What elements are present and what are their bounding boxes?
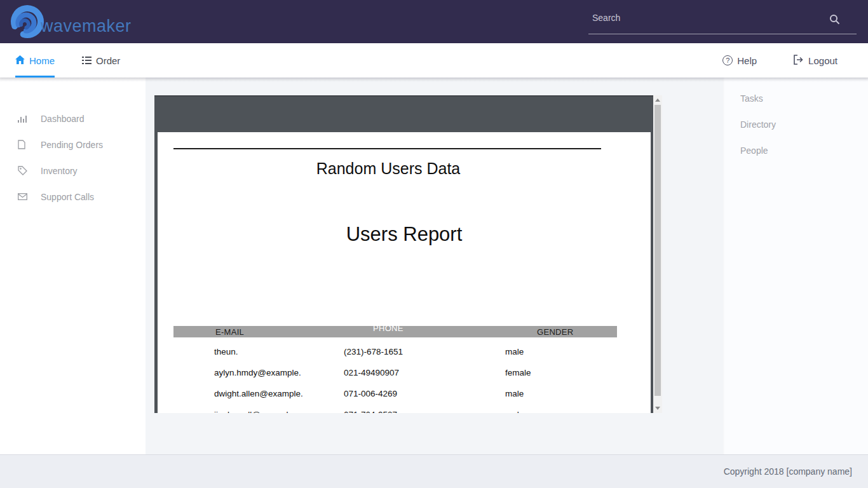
cell-email: theun. [214, 347, 238, 356]
table-row: jim.howell@example. 071-704-9537 male [173, 404, 617, 413]
envelope-icon [18, 193, 27, 200]
home-icon [15, 55, 25, 66]
sidebar-item-label: Pending Orders [41, 140, 103, 150]
cell-gender: male [505, 389, 524, 398]
search-icon[interactable] [829, 14, 840, 27]
list-icon [82, 55, 92, 66]
scroll-up-button[interactable] [653, 95, 662, 105]
search-input[interactable] [588, 5, 857, 34]
table-row: dwight.allen@example. 071-006-4269 male [173, 383, 617, 404]
content-area: Dashboard Pending Orders Inventory [0, 78, 868, 454]
arrow-up-icon [655, 98, 660, 102]
report-subtitle: Users Report [158, 223, 651, 246]
cell-phone: 071-704-9537 [344, 410, 397, 413]
sidebar-item-inventory[interactable]: Inventory [0, 158, 146, 184]
bar-chart-icon [18, 114, 27, 123]
sidebar-item-support-calls[interactable]: Support Calls [0, 184, 146, 210]
left-sidebar: Dashboard Pending Orders Inventory [0, 78, 146, 454]
tag-icon [18, 166, 27, 175]
column-header-phone: PHONE [373, 323, 403, 333]
cell-phone: (231)-678-1651 [344, 347, 403, 356]
navbar-actions: ? Help Logout [722, 43, 837, 78]
table-row: theun. (231)-678-1651 male [173, 341, 617, 362]
sidebar-item-people[interactable]: People [723, 137, 868, 163]
scroll-down-button[interactable] [653, 403, 662, 413]
column-header-gender: GENDER [537, 327, 573, 337]
brand-name: wavemaker [41, 17, 132, 36]
sidebar-item-directory[interactable]: Directory [723, 111, 868, 137]
sidebar-item-label: Inventory [41, 166, 78, 176]
help-button[interactable]: ? Help [722, 55, 757, 66]
column-header-email: E-MAIL [215, 327, 244, 337]
cell-gender: female [505, 368, 531, 377]
table-row: aylyn.hmdy@example. 021-49490907 female [173, 362, 617, 383]
top-brand-bar: wavemaker [0, 0, 868, 43]
pdf-page: Random Users Data Users Report E-MAIL PH… [158, 132, 651, 413]
report-divider-line [173, 148, 601, 149]
sidebar-item-pending-orders[interactable]: Pending Orders [0, 132, 146, 158]
search-container [588, 5, 857, 34]
sidebar-item-label: Dashboard [41, 114, 85, 124]
viewer-scrollbar[interactable] [653, 95, 662, 413]
sidebar-item-dashboard[interactable]: Dashboard [0, 105, 146, 132]
tab-order-label: Order [96, 55, 120, 66]
main-panel: Random Users Data Users Report E-MAIL PH… [146, 78, 723, 454]
help-label: Help [737, 55, 757, 66]
tab-home-label: Home [29, 55, 55, 66]
copyright-text: Copyright 2018 [company name] [724, 466, 852, 477]
report-table-header: E-MAIL PHONE GENDER [173, 326, 617, 337]
tab-order[interactable]: Order [82, 43, 120, 78]
sidebar-item-tasks[interactable]: Tasks [723, 85, 868, 111]
cell-gender: male [505, 410, 524, 413]
logout-icon [794, 55, 804, 67]
document-icon [18, 140, 27, 149]
help-icon: ? [722, 55, 733, 65]
pdf-viewer-canvas: Random Users Data Users Report E-MAIL PH… [154, 95, 653, 413]
scrollbar-thumb[interactable] [654, 105, 661, 396]
cell-email: aylyn.hmdy@example. [214, 368, 301, 377]
right-sidebar: Tasks Directory People [723, 78, 868, 454]
cell-email: dwight.allen@example. [214, 389, 303, 398]
pdf-viewer: Random Users Data Users Report E-MAIL PH… [154, 95, 662, 413]
page-footer: Copyright 2018 [company name] [0, 454, 868, 488]
cell-phone: 021-49490907 [344, 368, 399, 377]
cell-email: jim.howell@example. [214, 410, 295, 413]
report-title: Random Users Data [158, 159, 619, 178]
brand: wavemaker [9, 3, 132, 40]
tab-home[interactable]: Home [15, 43, 55, 78]
sidebar-item-label: Support Calls [41, 192, 94, 202]
report-table-body: theun. (231)-678-1651 male aylyn.hmdy@ex… [173, 341, 617, 413]
logout-label: Logout [808, 55, 837, 66]
logout-button[interactable]: Logout [794, 55, 837, 67]
cell-gender: male [505, 347, 524, 356]
main-navbar: Home Order ? Help Logo [0, 43, 868, 78]
arrow-down-icon [655, 407, 660, 410]
cell-phone: 071-006-4269 [344, 389, 397, 398]
